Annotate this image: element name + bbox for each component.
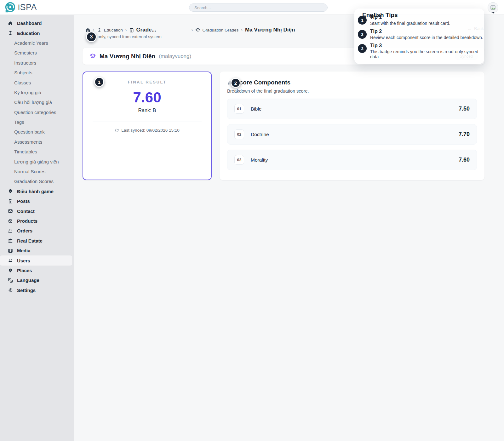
sidebar-item-media[interactable]: Media	[0, 246, 74, 255]
sidebar-label: Lượng giá giảng viên	[14, 159, 59, 164]
clipboard-icon	[129, 27, 134, 32]
sidebar-label: Subjects	[14, 70, 32, 75]
score-row-doctrine: 02 Doctrine 7.70	[227, 124, 477, 145]
sidebar-item-cau-hoi-luong-gia[interactable]: Câu hỏi lượng giá	[0, 97, 74, 107]
walkthrough-badge-2: 2	[231, 78, 241, 88]
sidebar-label: Kỳ lượng giá	[14, 90, 41, 95]
tip-title: Tip 1	[370, 14, 450, 20]
score-components-title: Score Components	[236, 79, 290, 86]
sidebar-label: Real Estate	[17, 238, 43, 243]
tip-desc: Review each component score in the detai…	[370, 35, 483, 40]
sidebar-item-places[interactable]: Places	[0, 266, 74, 275]
sidebar-item-question-bank[interactable]: Question bank	[0, 127, 74, 137]
sidebar-item-subjects[interactable]: Subjects	[0, 68, 74, 77]
last-synced-row: Last synced: 09/02/2026 15:10	[83, 128, 211, 133]
app-logo[interactable]: iSPA	[4, 2, 37, 13]
global-search	[189, 3, 328, 12]
tip-title: Tip 3	[370, 43, 484, 49]
score-components-subtitle: Breakdown of the final graduation score.	[227, 89, 477, 94]
sidebar-label: Users	[17, 258, 30, 263]
logo-text: iSPA	[18, 3, 37, 12]
row-name: Doctrine	[251, 132, 269, 137]
final-result-card: FINAL RESULT 7.60 Rank: B Last synced: 0…	[83, 72, 212, 180]
sidebar-item-dieu-hanh-game[interactable]: Điều hành game	[0, 186, 74, 196]
sidebar-item-academic-years[interactable]: Academic Years	[0, 38, 74, 48]
sidebar-item-orders[interactable]: Orders	[0, 226, 74, 236]
sidebar-item-instructors[interactable]: Instructors	[0, 58, 74, 68]
sidebar-item-dashboard[interactable]: Dashboard	[0, 18, 74, 28]
sidebar-item-ky-luong-gia[interactable]: Kỳ lượng giá	[0, 88, 74, 97]
user-avatar[interactable]	[488, 2, 498, 13]
divider	[93, 122, 202, 122]
breadcrumb-graduation-grades[interactable]: Graduation Grades	[195, 27, 238, 32]
bank-icon	[8, 238, 13, 243]
score-row-bible: 01 Bible 7.50	[227, 99, 477, 119]
sidebar-item-real-estate[interactable]: Real Estate	[0, 236, 74, 246]
breadcrumb-current-student: Ma Vương Nhị Diện	[245, 27, 295, 33]
tip-item-2: 2 Tip 2 Review each component score in t…	[358, 29, 483, 40]
sidebar-item-graduation-scores[interactable]: Graduation Scores	[0, 176, 74, 186]
row-index-chip: 03	[234, 155, 244, 165]
breadcrumb-label: Grade...	[136, 27, 156, 33]
search-input[interactable]	[189, 3, 328, 12]
sidebar-label: Orders	[17, 228, 32, 233]
sidebar-label: Timetables	[14, 149, 37, 154]
row-index-chip: 01	[234, 104, 244, 114]
tip-item-1: 1 Tip 1 Start with the final graduation …	[358, 14, 450, 26]
breadcrumb-label: Education	[104, 28, 123, 32]
translate-icon: A	[8, 278, 13, 283]
sidebar-label: Tags	[14, 119, 24, 125]
tip-desc: Start with the final graduation result c…	[370, 21, 450, 26]
sidebar-item-education[interactable]: Education	[0, 28, 74, 38]
final-score-value: 7.60	[83, 89, 211, 106]
chevron-right-icon: ›	[241, 27, 243, 32]
ispa-logo-icon	[4, 2, 16, 13]
sidebar-item-tags[interactable]: Tags	[0, 117, 74, 127]
sidebar-item-assessments[interactable]: Assessments	[0, 137, 74, 147]
sidebar-label: Assessments	[14, 139, 42, 145]
sidebar-label: Semesters	[14, 50, 37, 55]
package-icon	[8, 218, 13, 224]
sidebar-nav: Dashboard Education Academic Years Semes…	[0, 15, 74, 441]
shopping-bag-icon	[8, 228, 13, 233]
svg-text:A: A	[10, 280, 12, 282]
english-tips-popover: English Tips 1 Tip 1 Start with the fina…	[354, 9, 484, 64]
document-icon	[8, 198, 13, 204]
sidebar-item-question-categories[interactable]: Question categories	[0, 107, 74, 117]
tip-item-3: 3 Tip 3 This badge reminds you the scree…	[358, 43, 484, 59]
breadcrumb-label: Ma Vương Nhị Diện	[245, 27, 295, 33]
sidebar-item-products[interactable]: Products	[0, 216, 74, 226]
sidebar-label: Question categories	[14, 110, 56, 115]
sidebar-label: Posts	[17, 198, 30, 204]
breadcrumb-education[interactable]: Education	[97, 27, 123, 32]
sidebar-label: Điều hành game	[17, 189, 54, 194]
tip-badge-3: 3	[358, 44, 367, 53]
graduation-cap-icon	[195, 27, 200, 32]
sidebar-item-settings[interactable]: Settings	[0, 285, 74, 295]
sidebar-label: Media	[17, 248, 31, 253]
sidebar-item-posts[interactable]: Posts	[0, 196, 74, 206]
row-name: Bible	[251, 106, 261, 112]
sidebar-item-users[interactable]: Users	[0, 255, 72, 265]
sidebar-item-normal-scores[interactable]: Normal Scores	[0, 167, 74, 176]
film-icon	[8, 248, 13, 253]
sidebar-item-luong-gia-giang-vien[interactable]: Lượng giá giảng viên	[0, 157, 74, 166]
sidebar-item-contact[interactable]: Contact	[0, 206, 74, 216]
sidebar-item-classes[interactable]: Classes	[0, 77, 74, 87]
chevron-right-icon: ›	[125, 27, 127, 32]
sidebar-label: Question bank	[14, 129, 45, 135]
sidebar-item-language[interactable]: A Language	[0, 275, 74, 285]
refresh-icon	[115, 128, 119, 133]
sidebar-label: Dashboard	[17, 20, 42, 26]
sidebar-label: Contact	[17, 209, 35, 214]
sidebar-item-timetables[interactable]: Timetables	[0, 147, 74, 157]
sidebar-label: Products	[17, 218, 37, 224]
sidebar-label: Places	[17, 268, 32, 273]
graduation-cap-icon	[89, 53, 96, 60]
sidebar-label: Câu hỏi lượng giá	[14, 100, 52, 105]
map-pin-icon	[8, 268, 13, 273]
breadcrumb-grade[interactable]: Grade...	[129, 27, 156, 33]
sidebar-item-semesters[interactable]: Semesters	[0, 48, 74, 58]
sidebar-label: Settings	[17, 288, 36, 293]
final-rank: Rank: B	[83, 108, 211, 113]
